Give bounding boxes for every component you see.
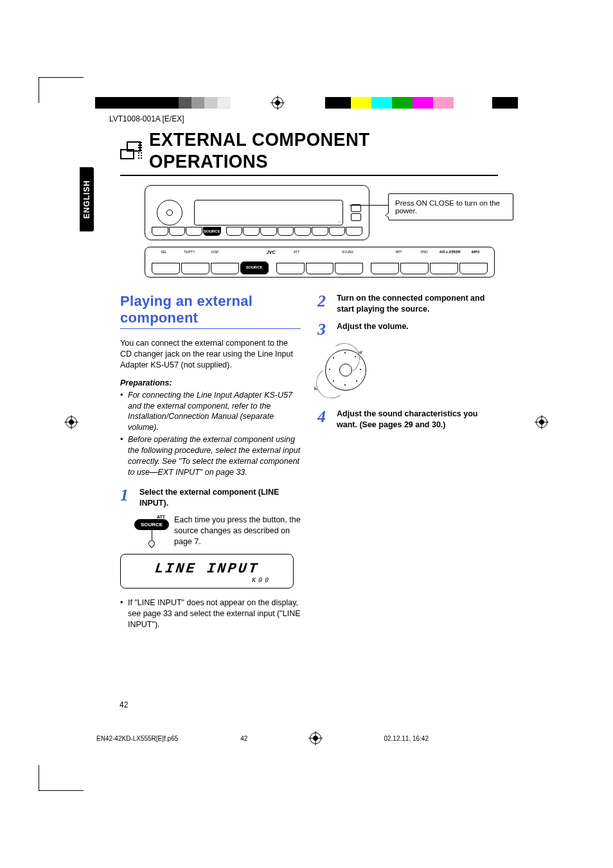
main-title-row: EXTERNAL COMPONENT OPERATIONS	[120, 128, 498, 176]
prep-item-1: For connecting the Line Input Adapter KS…	[120, 390, 301, 434]
step-3-title: Adjust the volume.	[337, 321, 498, 332]
step-4: 4 Adjust the sound characteristics you w…	[317, 409, 498, 430]
main-title: EXTERNAL COMPONENT OPERATIONS	[149, 128, 470, 172]
page-number: 42	[120, 700, 128, 709]
step-1-illustration: ATT SOURCE Each time you press the butto…	[134, 515, 301, 547]
step-2: 2 Turn on the connected component and st…	[317, 293, 498, 315]
footer-file: EN42-42KD-LX555R[E]f.p65	[96, 735, 178, 742]
right-column: 2 Turn on the connected component and st…	[317, 293, 498, 630]
footer: EN42-42KD-LX555R[E]f.p65 42 02.12.11, 16…	[96, 732, 517, 744]
device-diagram-top: ○ SOURCE Press ON CLOSE to turn on the p…	[145, 185, 369, 240]
grayscale-blocks	[95, 97, 230, 109]
footer-page: 42	[240, 735, 247, 742]
crop-mark-bl	[39, 765, 84, 791]
lcd-display-illustration: LINE INPUT K00	[120, 554, 294, 589]
preparations-heading: Preparations:	[120, 378, 301, 387]
registration-mark-left	[66, 416, 77, 428]
button-row-top: SOURCE	[152, 226, 362, 237]
footer-timestamp: 02.12.11, 16:42	[384, 735, 429, 742]
callout-line	[350, 205, 388, 206]
step-number-3: 3	[317, 321, 330, 338]
step-1-title: Select the external component (LINE INPU…	[139, 487, 301, 509]
page-content: EXTERNAL COMPONENT OPERATIONS ○ SOURCE P…	[93, 128, 498, 630]
source-button-icon: SOURCE	[203, 227, 221, 236]
preparations-list: For connecting the Line Input Adapter KS…	[120, 390, 301, 478]
header-document-code: LVT1008-001A [E/EX]	[109, 114, 184, 123]
step-number-2: 2	[317, 293, 330, 310]
lcd-line-2: K00	[130, 577, 284, 584]
step-4-title: Adjust the sound characteristics you wan…	[337, 409, 498, 430]
color-blocks	[325, 97, 518, 109]
line-input-note: If "LINE INPUT" does not appear on the d…	[120, 598, 301, 630]
registration-mark-top	[272, 97, 283, 109]
volume-dial-icon	[157, 200, 182, 226]
step-1: 1 Select the external component (LINE IN…	[120, 487, 301, 509]
source-button-bottom-icon: SOURCE	[240, 261, 269, 274]
external-component-icon	[120, 141, 143, 159]
device-diagram-bottom: SEL TA/PTY DISP JVC ATT SOUND RPT RND KD…	[145, 247, 495, 278]
callout-text: Press ON CLOSE to turn on the power.	[395, 199, 500, 215]
volume-dial-illustration	[320, 344, 371, 396]
print-color-bar	[95, 96, 518, 109]
step-3: 3 Adjust the volume.	[317, 321, 498, 338]
intro-paragraph: You can connect the external component t…	[120, 338, 301, 371]
lcd-line-1: LINE INPUT	[129, 561, 285, 577]
registration-mark-right	[536, 416, 547, 428]
callout-box: Press ON CLOSE to turn on the power.	[388, 193, 513, 220]
step-2-title: Turn on the connected component and star…	[337, 293, 498, 315]
registration-mark-bottom	[310, 732, 321, 744]
eject-buttons-icon	[350, 204, 362, 221]
step-number-4: 4	[317, 409, 330, 425]
prep-item-2: Before operating the external component …	[120, 434, 301, 478]
step-number-1: 1	[120, 487, 133, 504]
language-tab: ENGLISH	[80, 167, 94, 231]
crop-mark-tl	[39, 77, 84, 103]
lcd-small-icon: ○	[194, 200, 343, 226]
source-press-icon: ATT SOURCE	[134, 515, 169, 547]
left-column: Playing an external component You can co…	[93, 293, 301, 630]
section-title: Playing an external component	[120, 293, 301, 329]
step-1-desc: Each time you press the button, the sour…	[174, 515, 301, 547]
